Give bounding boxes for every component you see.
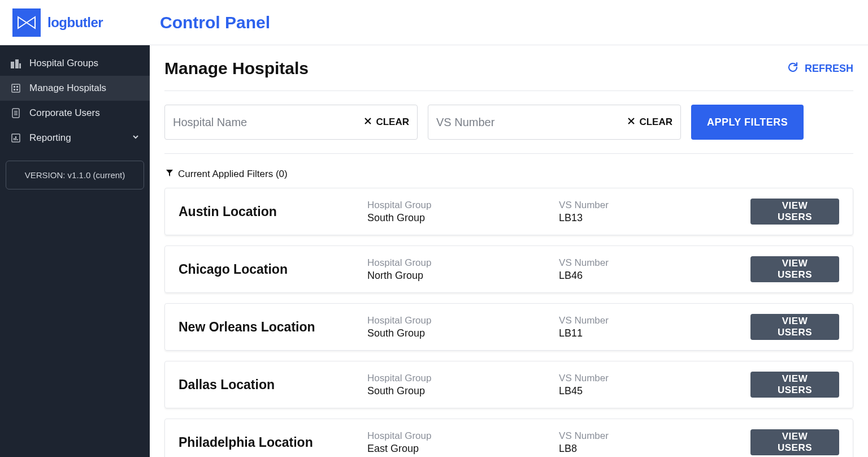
svg-rect-7 xyxy=(16,89,18,90)
hospital-row: Dallas LocationHospital GroupSouth Group… xyxy=(164,361,853,408)
hospital-name: Austin Location xyxy=(179,204,367,219)
svg-rect-1 xyxy=(15,59,19,68)
version-badge: VERSION: v1.1.0 (current) xyxy=(6,161,144,189)
apply-filters-button[interactable]: APPLY FILTERS xyxy=(691,105,804,140)
view-users-button[interactable]: VIEW USERS xyxy=(750,199,839,225)
vs-number-input[interactable] xyxy=(436,116,627,129)
svg-rect-11 xyxy=(14,114,18,115)
vs-number-value: LB13 xyxy=(559,212,750,224)
vs-number-col: VS NumberLB11 xyxy=(559,315,750,339)
manage-hospitals-icon xyxy=(10,83,21,94)
sidebar-item-label: Corporate Users xyxy=(29,107,100,119)
hospital-group-value: South Group xyxy=(367,212,559,224)
topbar-title: Control Panel xyxy=(150,0,868,45)
hospital-group-col: Hospital GroupSouth Group xyxy=(367,200,559,224)
page-title: Manage Hospitals xyxy=(164,59,309,78)
sidebar-item-hospital-groups[interactable]: Hospital Groups xyxy=(0,51,150,76)
applied-filters-text: Current Applied Filters (0) xyxy=(178,169,288,180)
hospital-action: VIEW USERS xyxy=(750,314,839,340)
vs-number-col: VS NumberLB13 xyxy=(559,200,750,224)
vs-number-col: VS NumberLB45 xyxy=(559,373,750,397)
view-users-button[interactable]: VIEW USERS xyxy=(750,372,839,398)
vs-number-col: VS NumberLB8 xyxy=(559,430,750,455)
hospital-group-value: South Group xyxy=(367,385,559,397)
close-icon xyxy=(627,117,636,128)
hospital-name: Dallas Location xyxy=(179,377,367,393)
hospital-name: New Orleans Location xyxy=(179,320,367,335)
svg-rect-5 xyxy=(16,86,18,88)
vs-number-col: VS NumberLB46 xyxy=(559,257,750,282)
main-content: Manage Hospitals REFRESH CLEAR xyxy=(150,45,868,457)
sidebar-item-label: Hospital Groups xyxy=(29,58,98,69)
hospital-group-col: Hospital GroupSouth Group xyxy=(367,373,559,397)
hospital-name: Chicago Location xyxy=(179,262,367,277)
refresh-icon xyxy=(787,61,799,76)
view-users-button[interactable]: VIEW USERS xyxy=(750,256,839,282)
hospital-name-filter: CLEAR xyxy=(164,105,418,140)
vs-number-value: LB8 xyxy=(559,443,750,455)
hospital-group-label: Hospital Group xyxy=(367,257,559,269)
svg-rect-13 xyxy=(14,138,15,140)
hospital-group-value: South Group xyxy=(367,327,559,339)
vs-number-label: VS Number xyxy=(559,200,750,211)
vs-number-label: VS Number xyxy=(559,315,750,326)
vs-number-filter: CLEAR xyxy=(428,105,681,140)
refresh-label: REFRESH xyxy=(805,63,853,75)
view-users-button[interactable]: VIEW USERS xyxy=(750,314,839,340)
hospital-action: VIEW USERS xyxy=(750,199,839,225)
sidebar-item-label: Reporting xyxy=(29,132,71,144)
brand: logbutler xyxy=(0,0,150,45)
svg-rect-2 xyxy=(19,63,21,68)
filters-row: CLEAR CLEAR APPLY FILTERS xyxy=(164,90,853,154)
filter-icon xyxy=(166,169,173,180)
vs-number-label: VS Number xyxy=(559,257,750,269)
hospital-group-label: Hospital Group xyxy=(367,315,559,326)
vs-number-value: LB11 xyxy=(559,327,750,339)
vs-number-label: VS Number xyxy=(559,430,750,442)
hospital-action: VIEW USERS xyxy=(750,372,839,398)
hospital-groups-icon xyxy=(10,58,21,69)
hospital-row: New Orleans LocationHospital GroupSouth … xyxy=(164,303,853,351)
svg-rect-15 xyxy=(17,139,18,140)
vs-number-value: LB46 xyxy=(559,270,750,282)
hospital-group-col: Hospital GroupSouth Group xyxy=(367,315,559,339)
sidebar-item-label: Manage Hospitals xyxy=(29,83,106,94)
hospital-name-clear-button[interactable]: CLEAR xyxy=(363,117,409,128)
hospital-group-label: Hospital Group xyxy=(367,430,559,442)
sidebar-item-corporate-users[interactable]: Corporate Users xyxy=(0,101,150,126)
vs-number-label: VS Number xyxy=(559,373,750,384)
hospital-group-value: East Group xyxy=(367,443,559,455)
clear-label: CLEAR xyxy=(376,117,409,128)
hospital-row: Chicago LocationHospital GroupNorth Grou… xyxy=(164,245,853,293)
close-icon xyxy=(363,117,372,128)
vs-number-value: LB45 xyxy=(559,385,750,397)
view-users-button[interactable]: VIEW USERS xyxy=(750,429,839,455)
refresh-button[interactable]: REFRESH xyxy=(787,61,853,76)
svg-rect-3 xyxy=(12,84,20,92)
brand-logo-icon xyxy=(12,8,41,37)
sidebar-item-reporting[interactable]: Reporting xyxy=(0,126,150,150)
svg-rect-9 xyxy=(14,111,18,112)
applied-filters-label: Current Applied Filters (0) xyxy=(166,169,853,180)
hospital-group-col: Hospital GroupEast Group xyxy=(367,430,559,455)
corporate-users-icon xyxy=(10,107,21,119)
svg-rect-0 xyxy=(11,62,14,68)
brand-name: logbutler xyxy=(47,15,103,31)
hospital-group-label: Hospital Group xyxy=(367,373,559,384)
vs-number-clear-button[interactable]: CLEAR xyxy=(627,117,672,128)
hospital-group-col: Hospital GroupNorth Group xyxy=(367,257,559,282)
reporting-icon xyxy=(10,132,21,144)
hospital-group-value: North Group xyxy=(367,270,559,282)
hospital-group-label: Hospital Group xyxy=(367,200,559,211)
svg-rect-10 xyxy=(14,113,18,114)
hospital-name: Philadelphia Location xyxy=(179,435,367,450)
clear-label: CLEAR xyxy=(639,117,672,128)
hospital-list: Austin LocationHospital GroupSouth Group… xyxy=(164,188,853,457)
svg-rect-6 xyxy=(14,89,15,90)
sidebar-item-manage-hospitals[interactable]: Manage Hospitals xyxy=(0,76,150,101)
hospital-action: VIEW USERS xyxy=(750,429,839,455)
svg-rect-4 xyxy=(14,86,15,88)
chevron-down-icon xyxy=(132,132,140,144)
hospital-action: VIEW USERS xyxy=(750,256,839,282)
hospital-name-input[interactable] xyxy=(173,116,363,129)
